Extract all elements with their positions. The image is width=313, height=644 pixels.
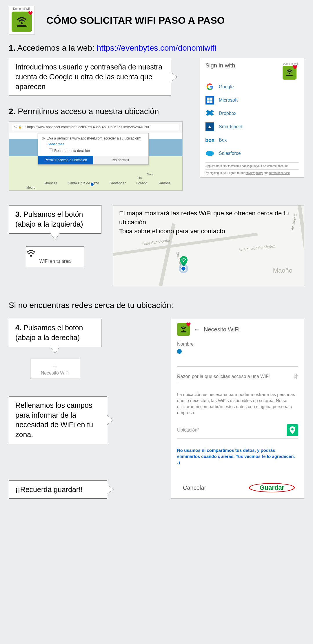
provider-salesforce[interactable]: Salesforce — [205, 149, 299, 158]
deny-location-button[interactable]: No permitir — [93, 156, 148, 164]
salesforce-icon — [205, 149, 214, 158]
wifi-pin-icon[interactable] — [180, 256, 188, 267]
microsoft-icon — [205, 96, 214, 104]
location-dot-icon — [181, 266, 186, 271]
wifi-area-button[interactable]: WiFi en tu área — [26, 246, 84, 267]
dropdown-arrow-icon[interactable]: ⇵ — [293, 373, 298, 380]
allow-location-button[interactable]: Permitir acceso a ubicación — [38, 156, 93, 164]
step3-callout: 3. Pulsamos el botón (abajo a la izquier… — [9, 205, 101, 234]
smartsheet-icon — [205, 122, 214, 131]
dropbox-icon — [205, 109, 214, 118]
google-icon — [205, 82, 214, 91]
url-text: https://www.appsheet.com/start/9dcb97ed-… — [27, 125, 150, 129]
mini-logo-icon — [283, 66, 296, 80]
permission-question: ¿Va a permitir a www.appsheet.com accede… — [47, 136, 141, 140]
page-title: CÓMO SOLICITAR WIFI PASO A PASO — [46, 15, 225, 26]
plus-icon: ＋ — [30, 362, 80, 370]
privacy-note: No usamos ni compartimos tus datos, y po… — [177, 447, 298, 465]
learn-more-link[interactable]: Saber mas — [48, 142, 145, 146]
svg-point-7 — [30, 255, 32, 257]
map-screenshot: El mapa mostrará las redes WiFi que se o… — [113, 205, 304, 286]
svg-point-1 — [289, 73, 290, 74]
provider-dropbox[interactable]: Dropbox — [205, 109, 299, 118]
wifi-button-label: WiFi en tu área — [26, 259, 84, 264]
location-info-text: La ubicación es necesaria para poder mos… — [177, 391, 298, 416]
remember-label: Recordar esta decisión — [54, 149, 90, 153]
step4-callout: 4. Pulsamos el botón (abajo a la derecha… — [9, 319, 101, 347]
map-instruction: El mapa mostrará las redes WiFi que se o… — [119, 209, 298, 236]
name-label: Nombre — [177, 342, 298, 347]
step2-line: 2. Permitimos acceso a nuestra ubicación — [9, 107, 191, 116]
provider-smartsheet[interactable]: Smartsheet — [205, 122, 299, 131]
box-icon: box — [205, 136, 214, 144]
svg-point-10 — [291, 428, 294, 430]
location-permission-screenshot: 🛡 🔒 ⓘ https://www.appsheet.com/start/9dc… — [9, 121, 183, 191]
svg-rect-5 — [210, 100, 212, 103]
wifi-hand-icon — [14, 14, 29, 29]
svg-point-6 — [206, 151, 214, 156]
logo-label: Domo mi Wifi — [13, 7, 30, 10]
location-dot-icon — [90, 182, 94, 186]
app-logo: Domo mi Wifi — [9, 6, 35, 35]
need-wifi-label: Necesito WiFi — [30, 370, 80, 376]
signin-title: Sign in with — [205, 62, 235, 69]
step1-callout: Introducimos usuario y contraseña de nue… — [9, 58, 171, 96]
svg-point-0 — [21, 22, 23, 24]
svg-rect-2 — [207, 98, 210, 100]
back-arrow-icon[interactable]: ← — [193, 325, 200, 333]
step1-line: 1. Accedemos a la web: https://evenbytes… — [9, 43, 304, 53]
url-bar: 🛡 🔒 ⓘ https://www.appsheet.com/start/9dc… — [12, 124, 179, 130]
form-title: Necesito WiFi — [204, 326, 239, 333]
need-wifi-button[interactable]: ＋ Necesito WiFi — [30, 359, 80, 379]
reason-label: Razón por la que solicitas acceso a una … — [177, 374, 270, 379]
provider-microsoft[interactable]: Microsoft — [205, 96, 299, 104]
map-city-labels: Suances Santa Cruz de Bezo Santander Lor… — [44, 181, 171, 185]
heart-icon — [28, 10, 33, 16]
provider-google[interactable]: Google — [205, 82, 299, 91]
name-input[interactable] — [177, 349, 182, 354]
signin-fineprint-2: By signing in, you agree to our privacy … — [205, 169, 299, 175]
svg-rect-3 — [210, 98, 212, 100]
svg-rect-4 — [207, 100, 210, 103]
fill-fields-callout: Rellenamos los campos para informar de l… — [9, 396, 107, 444]
form-logo-icon — [177, 323, 190, 336]
remember-save-callout: ¡¡Recuerda guardar!! — [9, 480, 107, 499]
signin-panel: Sign in with Domo mi Wifi Google — [200, 58, 304, 178]
svg-point-8 — [183, 261, 184, 262]
svg-point-9 — [183, 330, 184, 331]
web-link[interactable]: https://evenbytes.com/donomiwifi — [97, 43, 216, 52]
no-networks-subtitle: Si no encuentras redes cerca de tu ubica… — [9, 301, 304, 310]
signin-fineprint-1: App creators first install this package … — [205, 162, 299, 168]
cancel-button[interactable]: Cancelar — [183, 485, 206, 491]
need-wifi-form: ← Necesito WiFi Nombre Razón por la que … — [171, 319, 304, 499]
remember-checkbox[interactable] — [49, 148, 52, 152]
town-label: Maoño — [273, 267, 292, 274]
target-icon: ◎ — [42, 136, 45, 140]
permission-dialog: ◎ ¿Va a permitir a www.appsheet.com acce… — [38, 133, 149, 165]
wifi-icon — [26, 249, 84, 258]
save-button[interactable]: Guardar — [251, 483, 292, 493]
location-pin-button[interactable] — [287, 424, 298, 436]
location-label: Ubicación* — [177, 428, 199, 433]
provider-box[interactable]: box Box — [205, 136, 299, 144]
